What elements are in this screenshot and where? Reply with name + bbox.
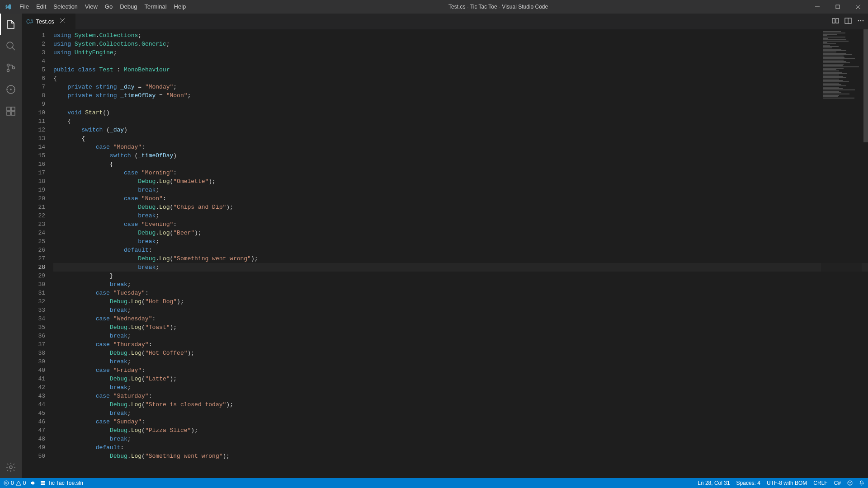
menu-item-go[interactable]: Go [101, 0, 116, 14]
svg-point-10 [10, 89, 11, 90]
svg-rect-16 [11, 112, 15, 115]
menu-item-view[interactable]: View [81, 0, 101, 14]
minimize-button[interactable] [807, 0, 827, 14]
svg-rect-22 [836, 19, 839, 23]
status-solution[interactable]: Tic Tac Toe.sln [40, 480, 83, 486]
status-bar: 0 0 Tic Tac Toe.sln Ln 28, Col 31 Spaces… [0, 478, 868, 488]
svg-point-34 [849, 483, 849, 483]
svg-point-6 [7, 64, 9, 66]
search-icon[interactable] [0, 35, 22, 57]
svg-rect-15 [7, 112, 10, 115]
svg-line-5 [12, 47, 15, 50]
editor-area: C# Test.cs 12345678910111213141516171819… [22, 14, 868, 478]
status-feedback-icon[interactable] [847, 480, 853, 486]
status-notifications-icon[interactable] [859, 480, 864, 486]
vscode-logo-icon [0, 3, 16, 10]
status-cursor-position[interactable]: Ln 28, Col 31 [698, 480, 730, 486]
tab-test-cs[interactable]: C# Test.cs [22, 14, 76, 29]
svg-rect-14 [7, 107, 10, 111]
menu-item-debug[interactable]: Debug [116, 0, 141, 14]
svg-point-8 [13, 67, 15, 69]
status-problems[interactable]: 0 0 [4, 480, 26, 486]
code-content[interactable]: using System.Collections;using System.Co… [53, 29, 868, 478]
split-editor-icon[interactable] [844, 17, 852, 26]
status-live-share[interactable] [30, 480, 36, 486]
window-title: Test.cs - Tic Tac Toe - Visual Studio Co… [189, 4, 807, 10]
svg-point-4 [7, 42, 13, 48]
status-encoding[interactable]: UTF-8 with BOM [767, 480, 807, 486]
maximize-button[interactable] [827, 0, 848, 14]
svg-rect-1 [836, 5, 840, 9]
debug-icon[interactable] [0, 79, 22, 100]
source-control-icon[interactable] [0, 57, 22, 79]
line-number-gutter: 1234567891011121314151617181920212223242… [22, 29, 53, 478]
menu-item-edit[interactable]: Edit [33, 0, 50, 14]
tab-file-name: Test.cs [36, 18, 54, 25]
menu-item-file[interactable]: File [16, 0, 33, 14]
more-actions-icon[interactable] [857, 17, 864, 26]
compare-changes-icon[interactable] [832, 17, 839, 26]
status-eol[interactable]: CRLF [813, 480, 827, 486]
menu-item-terminal[interactable]: Terminal [141, 0, 170, 14]
svg-point-25 [858, 20, 859, 22]
status-indentation[interactable]: Spaces: 4 [736, 480, 760, 486]
status-language[interactable]: C# [834, 480, 841, 486]
svg-point-27 [863, 20, 864, 22]
menu-bar: FileEditSelectionViewGoDebugTerminalHelp [16, 0, 189, 14]
svg-rect-32 [41, 483, 45, 485]
close-button[interactable] [848, 0, 868, 14]
menu-item-selection[interactable]: Selection [50, 0, 81, 14]
activity-bar [0, 14, 22, 478]
csharp-file-icon: C# [26, 19, 33, 25]
vertical-scrollbar[interactable] [862, 29, 868, 478]
svg-point-7 [7, 70, 9, 72]
tabs-row: C# Test.cs [22, 14, 868, 29]
svg-point-33 [848, 481, 852, 485]
svg-rect-21 [832, 19, 835, 23]
svg-point-18 [9, 466, 12, 469]
extensions-icon[interactable] [0, 100, 22, 122]
svg-rect-17 [11, 107, 15, 111]
editor-viewport[interactable]: 1234567891011121314151617181920212223242… [22, 29, 868, 478]
explorer-icon[interactable] [0, 14, 22, 35]
svg-point-35 [851, 483, 851, 483]
settings-gear-icon[interactable] [0, 456, 22, 478]
svg-rect-31 [41, 481, 45, 483]
title-bar: FileEditSelectionViewGoDebugTerminalHelp… [0, 0, 868, 14]
svg-point-26 [860, 20, 862, 22]
minimap[interactable] [821, 31, 862, 478]
close-tab-icon[interactable] [60, 18, 65, 25]
menu-item-help[interactable]: Help [170, 0, 190, 14]
